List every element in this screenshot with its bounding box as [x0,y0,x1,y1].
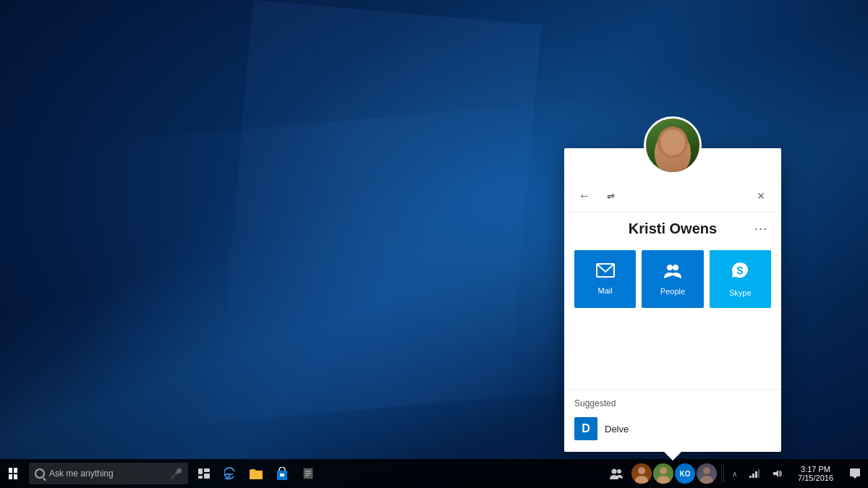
svg-rect-10 [280,474,284,476]
svg-rect-31 [850,468,860,476]
notification-button[interactable] [842,459,868,488]
task-view-button[interactable] [191,459,217,488]
start-button[interactable] [0,459,26,488]
taskbar-contacts: KO [627,463,722,484]
svg-rect-6 [204,474,210,479]
contact-name: Kristi Owens [629,221,717,237]
system-clock[interactable]: 3:17 PM 7/15/2016 [789,459,842,488]
svg-rect-12 [305,471,311,472]
people-tile-label: People [660,287,685,296]
people-contact-card: ← ⇌ × Kristi Owens ··· Mail [564,148,781,452]
taskbar: Ask me anything 🎤 [0,459,868,488]
more-options-button[interactable]: ··· [751,218,771,239]
adjust-button[interactable]: ⇌ [600,186,621,206]
svg-rect-13 [305,473,311,474]
mail-tile-label: Mail [598,286,613,295]
card-empty-area [564,317,781,389]
svg-rect-27 [752,474,754,478]
mail-tile[interactable]: Mail [574,250,636,308]
contact-avatar-3[interactable] [697,463,717,484]
svg-point-1 [667,265,673,270]
card-name-row: Kristi Owens ··· [564,213,781,241]
file-explorer-button[interactable] [243,459,269,488]
windows-logo [9,468,17,479]
svg-rect-5 [198,476,203,479]
close-button[interactable]: × [751,186,771,206]
edge-button[interactable] [217,459,243,488]
svg-rect-7 [250,471,263,479]
mail-icon [596,263,615,282]
people-tile[interactable]: People [642,250,703,308]
search-placeholder-text: Ask me anything [49,468,114,479]
unknown-app-button[interactable] [295,459,321,488]
svg-rect-26 [749,476,752,478]
svg-marker-30 [773,470,778,477]
taskbar-divider [723,465,724,482]
taskbar-people-button[interactable] [605,468,627,479]
clock-date: 7/15/2016 [798,474,833,482]
delve-label: Delve [605,424,629,435]
taskbar-right: KO ∧ [605,459,868,488]
search-bar[interactable]: Ask me anything 🎤 [29,463,188,484]
store-button[interactable] [269,459,295,488]
svg-rect-4 [204,468,210,472]
contact-avatar-ko[interactable]: KO [675,463,695,484]
svg-point-18 [638,467,645,474]
contact-avatar-1[interactable] [631,463,652,484]
search-icon [35,468,45,479]
avatar-container [564,116,781,174]
svg-point-15 [612,469,617,474]
contact-avatar-2[interactable] [653,463,673,484]
contact-avatar [644,116,702,174]
back-button[interactable]: ← [574,186,595,206]
skype-tile-label: Skype [729,288,752,297]
clock-time: 3:17 PM [801,465,830,474]
delve-item[interactable]: D Delve [574,414,771,443]
delve-icon: D [574,417,597,440]
svg-rect-14 [305,475,309,476]
mic-icon[interactable]: 🎤 [170,468,182,479]
system-tray-overflow[interactable]: ∧ [726,459,743,488]
svg-point-24 [703,467,710,474]
suggested-section: Suggested D Delve [564,389,781,452]
people-icon [663,262,683,283]
svg-rect-29 [758,469,760,478]
suggested-label: Suggested [574,398,771,408]
svg-point-21 [660,467,667,474]
svg-point-16 [617,469,621,474]
svg-point-2 [673,265,678,270]
network-settings-button[interactable] [743,459,766,488]
skype-tile[interactable]: Skype [710,250,771,308]
card-header-left: ← ⇌ [574,186,621,206]
svg-rect-28 [755,471,757,478]
svg-rect-3 [198,468,203,474]
skype-icon [731,261,749,284]
volume-icon[interactable] [766,459,789,488]
card-header: ← ⇌ × [564,177,781,213]
action-tiles: Mail People [564,241,781,317]
svg-marker-32 [853,476,857,479]
